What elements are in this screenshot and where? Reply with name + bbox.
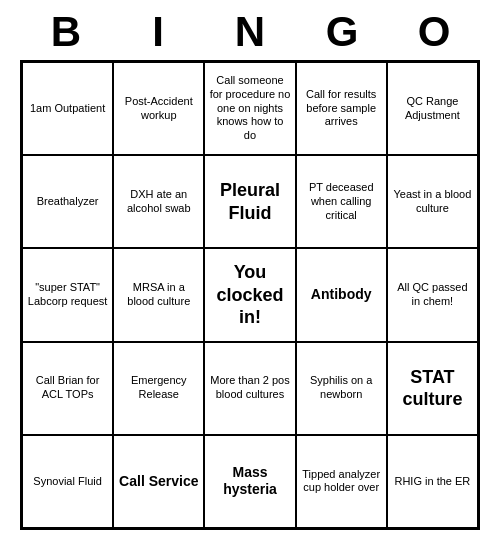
bingo-cell-1[interactable]: Post-Accident workup xyxy=(113,62,204,155)
bingo-cell-19[interactable]: STAT culture xyxy=(387,342,478,435)
bingo-cell-14[interactable]: All QC passed in chem! xyxy=(387,248,478,341)
bingo-cell-13[interactable]: Antibody xyxy=(296,248,387,341)
bingo-cell-12[interactable]: You clocked in! xyxy=(204,248,295,341)
bingo-cell-21[interactable]: Call Service xyxy=(113,435,204,528)
letter-i: I xyxy=(132,8,184,56)
bingo-cell-22[interactable]: Mass hysteria xyxy=(204,435,295,528)
bingo-cell-4[interactable]: QC Range Adjustment xyxy=(387,62,478,155)
bingo-header: B I N G O xyxy=(20,0,480,60)
letter-o: O xyxy=(408,8,460,56)
bingo-cell-3[interactable]: Call for results before sample arrives xyxy=(296,62,387,155)
bingo-cell-8[interactable]: PT deceased when calling critical xyxy=(296,155,387,248)
bingo-cell-6[interactable]: DXH ate an alcohol swab xyxy=(113,155,204,248)
bingo-cell-17[interactable]: More than 2 pos blood cultures xyxy=(204,342,295,435)
letter-g: G xyxy=(316,8,368,56)
bingo-cell-18[interactable]: Syphilis on a newborn xyxy=(296,342,387,435)
letter-n: N xyxy=(224,8,276,56)
bingo-cell-23[interactable]: Tipped analyzer cup holder over xyxy=(296,435,387,528)
bingo-cell-2[interactable]: Call someone for procedure no one on nig… xyxy=(204,62,295,155)
bingo-cell-5[interactable]: Breathalyzer xyxy=(22,155,113,248)
bingo-cell-20[interactable]: Synovial Fluid xyxy=(22,435,113,528)
bingo-grid: 1am OutpatientPost-Accident workupCall s… xyxy=(20,60,480,530)
bingo-cell-0[interactable]: 1am Outpatient xyxy=(22,62,113,155)
bingo-cell-24[interactable]: RHIG in the ER xyxy=(387,435,478,528)
letter-b: B xyxy=(40,8,92,56)
bingo-cell-11[interactable]: MRSA in a blood culture xyxy=(113,248,204,341)
bingo-cell-7[interactable]: Pleural Fluid xyxy=(204,155,295,248)
bingo-cell-10[interactable]: "super STAT" Labcorp request xyxy=(22,248,113,341)
bingo-cell-9[interactable]: Yeast in a blood culture xyxy=(387,155,478,248)
bingo-cell-15[interactable]: Call Brian for ACL TOPs xyxy=(22,342,113,435)
bingo-cell-16[interactable]: Emergency Release xyxy=(113,342,204,435)
